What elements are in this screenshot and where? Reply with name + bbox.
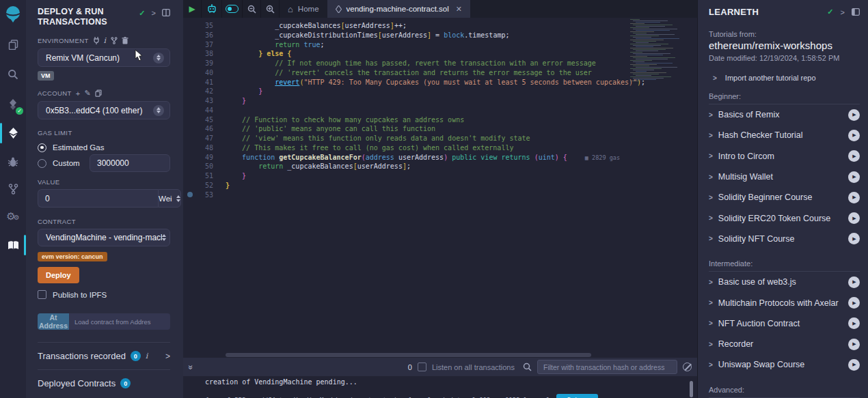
terminal-log[interactable]: creation of VendingMachine pending... fr… <box>183 376 697 398</box>
zoom-out-button[interactable] <box>243 0 261 18</box>
zoom-in-button[interactable] <box>261 0 280 18</box>
deployed-contracts-row[interactable]: Deployed Contracts 0 <box>38 369 170 397</box>
ai-copilot-button[interactable] <box>202 0 222 18</box>
value-input[interactable] <box>38 189 158 208</box>
line-number[interactable]: 39 <box>183 59 226 68</box>
account-select[interactable]: 0x5B3...eddC4 (100 ether) <box>38 101 170 119</box>
play-tutorial-button[interactable]: ▶ <box>848 339 860 350</box>
play-tutorial-button[interactable]: ▶ <box>848 150 860 162</box>
play-tutorial-button[interactable]: ▶ <box>848 297 860 309</box>
editor-hscrollbar[interactable] <box>183 352 697 358</box>
tutorial-item[interactable]: >Uniswap Swap Course▶ <box>709 354 860 375</box>
tutorial-item[interactable]: >Basics of Remix▶ <box>709 104 860 125</box>
transaction-filter-input[interactable] <box>537 360 677 374</box>
tutorial-item[interactable]: >Solidity ERC20 Token Course▶ <box>709 208 860 228</box>
deploy-button[interactable]: Deploy <box>38 267 79 283</box>
custom-gas-input[interactable] <box>90 154 170 172</box>
line-number[interactable]: 45 <box>183 115 226 125</box>
line-number[interactable]: 36 <box>183 31 226 40</box>
publish-ipfs-checkbox[interactable] <box>38 290 46 299</box>
line-number[interactable]: 35 <box>183 21 226 31</box>
estimated-gas-radio[interactable] <box>38 143 46 152</box>
line-number[interactable]: 53 <box>183 190 226 200</box>
tutorial-item[interactable]: >Intro to Circom▶ <box>709 146 860 167</box>
custom-gas-radio[interactable] <box>38 159 46 168</box>
line-number[interactable]: 49 <box>183 153 226 162</box>
at-address-button[interactable]: At Address <box>38 313 69 330</box>
add-account-icon[interactable]: + <box>76 89 81 98</box>
transactions-recorded-row[interactable]: Transactions recorded 0 i > <box>38 342 170 369</box>
line-number[interactable]: 51 <box>183 171 226 181</box>
play-tutorial-button[interactable]: ▶ <box>848 109 860 121</box>
line-number[interactable]: 42 <box>183 87 226 96</box>
panel-expand-icon[interactable]: > <box>152 9 156 17</box>
tutorial-item[interactable]: >Multisig Wallet▶ <box>709 167 860 187</box>
terminal-vscrollbar[interactable] <box>690 381 693 397</box>
contract-select[interactable]: VendingMachine - vending-machin <box>38 229 170 246</box>
tutorial-item[interactable]: >NFT Auction Contract▶ <box>709 313 860 334</box>
tutorial-item[interactable]: >Recorder▶ <box>709 334 860 354</box>
sidebar-item-git[interactable] <box>0 177 26 201</box>
value-unit-select[interactable]: Wei <box>158 189 181 208</box>
clear-terminal-icon[interactable] <box>683 363 692 371</box>
hscrollbar-thumb[interactable] <box>226 353 591 357</box>
tab-file[interactable]: vending-machine-contract.sol ✕ <box>327 0 470 18</box>
line-number[interactable]: 52 <box>183 181 226 190</box>
code-editor[interactable]: 35 _cupcakeBalances[userAddress]++;36 _c… <box>183 18 697 352</box>
panel-pin-icon[interactable] <box>162 9 170 16</box>
run-script-button[interactable]: ▶ <box>183 0 202 18</box>
play-tutorial-button[interactable]: ▶ <box>848 359 860 371</box>
line-number[interactable]: 37 <box>183 40 226 50</box>
line-number[interactable]: 38 <box>183 49 226 59</box>
sidebar-item-solidity-compiler[interactable]: ✓ <box>0 93 26 116</box>
tutorial-item[interactable]: >Hash Checker Tutorial▶ <box>709 125 860 145</box>
debug-button[interactable]: Debug <box>556 394 598 398</box>
play-tutorial-button[interactable]: ▶ <box>848 233 860 244</box>
line-number[interactable]: 46 <box>183 124 226 134</box>
environment-select[interactable]: Remix VM (Cancun) <box>38 48 170 67</box>
chevron-right-icon[interactable]: > <box>165 352 170 361</box>
sidebar-item-file-explorer[interactable] <box>0 33 26 56</box>
close-tab-icon[interactable]: ✕ <box>456 5 462 14</box>
play-tutorial-button[interactable]: ▶ <box>848 317 860 329</box>
terminal-collapse-icon[interactable]: » <box>186 365 195 369</box>
breakpoint-dot[interactable] <box>187 192 193 197</box>
at-address-input[interactable] <box>69 313 170 330</box>
edit-account-icon[interactable]: ✎ <box>85 89 92 98</box>
play-tutorial-button[interactable]: ▶ <box>848 192 860 203</box>
play-tutorial-button[interactable]: ▶ <box>848 212 860 224</box>
copilot-toggle[interactable] <box>222 0 243 18</box>
play-tutorial-button[interactable]: ▶ <box>848 171 860 183</box>
sidebar-item-search[interactable] <box>0 63 26 86</box>
environment-info-icon[interactable]: i <box>104 36 107 45</box>
plug-icon[interactable] <box>93 37 100 44</box>
minimap[interactable] <box>630 19 689 85</box>
tutorial-item[interactable]: >Solidity NFT Course▶ <box>709 229 860 249</box>
remix-logo[interactable] <box>0 0 26 29</box>
sidebar-item-deploy-run[interactable] <box>0 122 26 145</box>
tutorial-item[interactable]: >Basic use of web3.js▶ <box>709 272 860 292</box>
sidebar-item-learneth[interactable] <box>0 233 26 257</box>
line-number[interactable]: 41 <box>183 78 226 87</box>
play-tutorial-button[interactable]: ▶ <box>848 276 860 288</box>
line-number[interactable]: 44 <box>183 106 226 115</box>
tab-home[interactable]: ⌂ Home <box>280 0 327 18</box>
play-tutorial-button[interactable]: ▶ <box>848 130 860 141</box>
listen-all-checkbox[interactable] <box>418 363 426 371</box>
learneth-pin-icon[interactable] <box>852 8 860 16</box>
sidebar-item-debugger[interactable] <box>0 150 26 173</box>
sidebar-item-settings[interactable]: ⚙⚙ <box>0 205 26 228</box>
copy-account-icon[interactable] <box>95 89 102 97</box>
fork-environment-icon[interactable] <box>111 37 118 44</box>
import-tutorial-repo[interactable]: > Import another tutorial repo <box>709 74 860 82</box>
line-number[interactable]: 50 <box>183 162 226 171</box>
trash-icon[interactable] <box>122 37 128 44</box>
tutorial-item[interactable]: >Multichain Protocols with Axelar▶ <box>709 292 860 313</box>
line-number[interactable]: 48 <box>183 143 226 153</box>
line-number[interactable]: 43 <box>183 96 226 106</box>
learneth-expand-icon[interactable]: > <box>841 8 845 16</box>
tutorial-item[interactable]: >Solidity Beginner Course▶ <box>709 187 860 208</box>
transactions-info-icon[interactable]: i <box>146 352 148 360</box>
terminal-search-icon[interactable] <box>523 363 532 371</box>
line-number[interactable]: 40 <box>183 68 226 78</box>
